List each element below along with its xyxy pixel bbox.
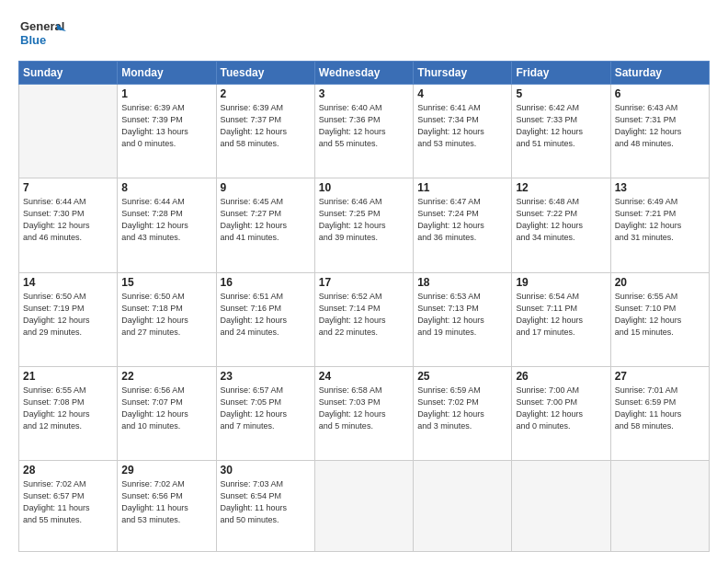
day-info: Sunrise: 6:44 AMSunset: 7:30 PMDaylight:… (23, 196, 113, 244)
day-number: 19 (516, 276, 606, 289)
week-row-3: 14Sunrise: 6:50 AMSunset: 7:19 PMDayligh… (19, 272, 710, 366)
calendar-cell: 29Sunrise: 7:02 AMSunset: 6:56 PMDayligh… (118, 461, 216, 552)
day-number: 6 (615, 87, 705, 100)
day-number: 17 (319, 276, 409, 289)
day-info: Sunrise: 6:50 AMSunset: 7:18 PMDaylight:… (121, 291, 211, 339)
calendar-cell: 17Sunrise: 6:52 AMSunset: 7:14 PMDayligh… (314, 272, 413, 366)
calendar-cell: 5Sunrise: 6:42 AMSunset: 7:33 PMDaylight… (512, 85, 610, 178)
day-number: 22 (121, 370, 211, 383)
day-number: 29 (121, 464, 211, 477)
day-number: 25 (417, 370, 507, 383)
calendar-cell: 23Sunrise: 6:57 AMSunset: 7:05 PMDayligh… (216, 366, 314, 460)
calendar-cell: 25Sunrise: 6:59 AMSunset: 7:02 PMDayligh… (414, 366, 512, 460)
day-number: 3 (319, 87, 409, 100)
day-info: Sunrise: 6:53 AMSunset: 7:13 PMDaylight:… (417, 291, 507, 339)
day-info: Sunrise: 6:55 AMSunset: 7:10 PMDaylight:… (615, 291, 705, 339)
day-info: Sunrise: 6:40 AMSunset: 7:36 PMDaylight:… (319, 102, 409, 150)
day-info: Sunrise: 7:01 AMSunset: 6:59 PMDaylight:… (615, 385, 705, 432)
day-info: Sunrise: 6:42 AMSunset: 7:33 PMDaylight:… (516, 102, 606, 150)
day-info: Sunrise: 6:49 AMSunset: 7:21 PMDaylight:… (615, 196, 705, 244)
day-info: Sunrise: 6:52 AMSunset: 7:14 PMDaylight:… (319, 291, 409, 339)
header-row: SundayMondayTuesdayWednesdayThursdayFrid… (19, 62, 710, 85)
calendar-cell: 2Sunrise: 6:39 AMSunset: 7:37 PMDaylight… (216, 85, 314, 178)
day-number: 10 (319, 181, 409, 194)
calendar-table: SundayMondayTuesdayWednesdayThursdayFrid… (18, 61, 710, 552)
day-header-friday: Friday (512, 62, 610, 85)
day-info: Sunrise: 7:00 AMSunset: 7:00 PMDaylight:… (516, 385, 606, 432)
calendar-cell: 9Sunrise: 6:45 AMSunset: 7:27 PMDaylight… (216, 178, 314, 272)
calendar-cell: 7Sunrise: 6:44 AMSunset: 7:30 PMDaylight… (19, 178, 118, 272)
day-number: 20 (615, 276, 705, 289)
day-info: Sunrise: 6:51 AMSunset: 7:16 PMDaylight:… (221, 291, 311, 339)
calendar-cell: 10Sunrise: 6:46 AMSunset: 7:25 PMDayligh… (314, 178, 413, 272)
day-number: 28 (23, 464, 113, 477)
day-info: Sunrise: 6:45 AMSunset: 7:27 PMDaylight:… (221, 196, 311, 244)
day-info: Sunrise: 6:56 AMSunset: 7:07 PMDaylight:… (121, 385, 211, 432)
day-number: 15 (121, 276, 211, 289)
day-number: 27 (615, 370, 705, 383)
calendar-cell: 20Sunrise: 6:55 AMSunset: 7:10 PMDayligh… (610, 272, 709, 366)
day-info: Sunrise: 7:03 AMSunset: 6:54 PMDaylight:… (221, 478, 311, 526)
day-info: Sunrise: 7:02 AMSunset: 6:56 PMDaylight:… (121, 478, 211, 526)
day-info: Sunrise: 6:44 AMSunset: 7:28 PMDaylight:… (121, 196, 211, 244)
day-info: Sunrise: 6:58 AMSunset: 7:03 PMDaylight:… (319, 385, 409, 432)
day-info: Sunrise: 6:48 AMSunset: 7:22 PMDaylight:… (516, 196, 606, 244)
calendar-cell: 15Sunrise: 6:50 AMSunset: 7:18 PMDayligh… (118, 272, 216, 366)
calendar-cell: 6Sunrise: 6:43 AMSunset: 7:31 PMDaylight… (610, 85, 709, 178)
day-info: Sunrise: 6:39 AMSunset: 7:37 PMDaylight:… (221, 102, 311, 150)
day-info: Sunrise: 6:55 AMSunset: 7:08 PMDaylight:… (23, 385, 113, 432)
day-number: 11 (417, 181, 507, 194)
page: GeneralBlue SundayMondayTuesdayWednesday… (0, 0, 728, 563)
calendar-cell: 14Sunrise: 6:50 AMSunset: 7:19 PMDayligh… (19, 272, 118, 366)
day-number: 9 (221, 181, 311, 194)
day-info: Sunrise: 6:59 AMSunset: 7:02 PMDaylight:… (417, 385, 507, 432)
day-number: 1 (121, 87, 211, 100)
calendar-cell (19, 85, 118, 178)
logo-svg: GeneralBlue (18, 15, 74, 52)
day-info: Sunrise: 6:47 AMSunset: 7:24 PMDaylight:… (417, 196, 507, 244)
calendar-cell: 19Sunrise: 6:54 AMSunset: 7:11 PMDayligh… (512, 272, 610, 366)
day-number: 7 (23, 181, 113, 194)
day-number: 8 (121, 181, 211, 194)
day-number: 24 (319, 370, 409, 383)
day-number: 12 (516, 181, 606, 194)
calendar-cell: 21Sunrise: 6:55 AMSunset: 7:08 PMDayligh… (19, 366, 118, 460)
calendar-cell: 11Sunrise: 6:47 AMSunset: 7:24 PMDayligh… (414, 178, 512, 272)
week-row-1: 1Sunrise: 6:39 AMSunset: 7:39 PMDaylight… (19, 85, 710, 178)
day-info: Sunrise: 6:50 AMSunset: 7:19 PMDaylight:… (23, 291, 113, 339)
calendar-cell: 4Sunrise: 6:41 AMSunset: 7:34 PMDaylight… (414, 85, 512, 178)
day-info: Sunrise: 6:43 AMSunset: 7:31 PMDaylight:… (615, 102, 705, 150)
day-number: 4 (417, 87, 507, 100)
calendar-cell: 18Sunrise: 6:53 AMSunset: 7:13 PMDayligh… (414, 272, 512, 366)
day-number: 21 (23, 370, 113, 383)
calendar-cell (610, 461, 709, 552)
week-row-4: 21Sunrise: 6:55 AMSunset: 7:08 PMDayligh… (19, 366, 710, 460)
day-number: 5 (516, 87, 606, 100)
day-header-thursday: Thursday (414, 62, 512, 85)
calendar-cell: 26Sunrise: 7:00 AMSunset: 7:00 PMDayligh… (512, 366, 610, 460)
day-info: Sunrise: 6:46 AMSunset: 7:25 PMDaylight:… (319, 196, 409, 244)
day-number: 16 (221, 276, 311, 289)
week-row-2: 7Sunrise: 6:44 AMSunset: 7:30 PMDaylight… (19, 178, 710, 272)
calendar-cell: 8Sunrise: 6:44 AMSunset: 7:28 PMDaylight… (118, 178, 216, 272)
calendar-cell: 28Sunrise: 7:02 AMSunset: 6:57 PMDayligh… (19, 461, 118, 552)
calendar-cell (512, 461, 610, 552)
day-number: 30 (221, 464, 311, 477)
day-header-saturday: Saturday (610, 62, 709, 85)
calendar-cell: 1Sunrise: 6:39 AMSunset: 7:39 PMDaylight… (118, 85, 216, 178)
day-number: 2 (221, 87, 311, 100)
calendar-cell: 13Sunrise: 6:49 AMSunset: 7:21 PMDayligh… (610, 178, 709, 272)
calendar-cell: 3Sunrise: 6:40 AMSunset: 7:36 PMDaylight… (314, 85, 413, 178)
day-number: 13 (615, 181, 705, 194)
day-number: 26 (516, 370, 606, 383)
calendar-cell: 30Sunrise: 7:03 AMSunset: 6:54 PMDayligh… (216, 461, 314, 552)
day-info: Sunrise: 6:57 AMSunset: 7:05 PMDaylight:… (221, 385, 311, 432)
calendar-cell: 16Sunrise: 6:51 AMSunset: 7:16 PMDayligh… (216, 272, 314, 366)
header: GeneralBlue (18, 15, 710, 52)
calendar-cell: 24Sunrise: 6:58 AMSunset: 7:03 PMDayligh… (314, 366, 413, 460)
day-info: Sunrise: 6:54 AMSunset: 7:11 PMDaylight:… (516, 291, 606, 339)
calendar-cell: 12Sunrise: 6:48 AMSunset: 7:22 PMDayligh… (512, 178, 610, 272)
day-number: 14 (23, 276, 113, 289)
day-header-sunday: Sunday (19, 62, 118, 85)
day-info: Sunrise: 6:39 AMSunset: 7:39 PMDaylight:… (121, 102, 211, 150)
